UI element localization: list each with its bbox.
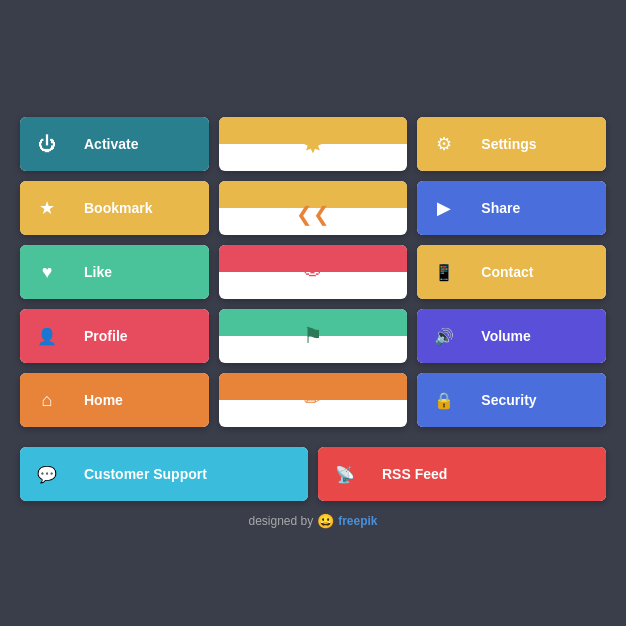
button-grid: ⏻ Activate ✸ ⚙ Settings ★ Bookmark ❮❮: [0, 97, 626, 447]
volume-button[interactable]: 🔊 Volume: [417, 309, 606, 363]
like-label: Like: [84, 264, 112, 280]
deco-card-3: 👁: [219, 245, 408, 299]
share-icon-area: ▶: [417, 181, 471, 235]
security-label-area: Security: [471, 373, 606, 427]
home-icon-area: ⌂: [20, 373, 74, 427]
volume-label: Volume: [481, 328, 531, 344]
arrow-right-icon: ▶: [437, 197, 451, 219]
house-icon: ⌂: [42, 390, 53, 411]
home-label-area: Home: [74, 373, 209, 427]
like-icon-area: ♥: [20, 245, 74, 299]
security-button[interactable]: 🔒 Security: [417, 373, 606, 427]
gear-icon: ⚙: [436, 133, 452, 155]
settings-icon-area: ⚙: [417, 117, 471, 171]
rss-label: RSS Feed: [382, 466, 447, 482]
contact-label-area: Contact: [471, 245, 606, 299]
deco-card-1: ✸: [219, 117, 408, 171]
customer-support-icon-area: 💬: [20, 447, 74, 501]
rss-feed-button[interactable]: 📡 RSS Feed: [318, 447, 606, 501]
deco-card-5: ✏: [219, 373, 408, 427]
phone-icon: 📱: [434, 263, 454, 282]
power-icon: ⏻: [38, 134, 56, 155]
footer: designed by 😀 freepik: [248, 513, 377, 529]
star-burst-icon: ✸: [302, 129, 324, 160]
activate-label-area: Activate: [74, 117, 209, 171]
contact-icon-area: 📱: [417, 245, 471, 299]
security-label: Security: [481, 392, 536, 408]
share-label-area: Share: [471, 181, 606, 235]
rss-label-area: RSS Feed: [372, 447, 606, 501]
activate-icon-area: ⏻: [20, 117, 74, 171]
customer-support-label: Customer Support: [84, 466, 207, 482]
wide-button-row: 💬 Customer Support 📡 RSS Feed: [0, 447, 626, 501]
profile-button[interactable]: 👤 Profile: [20, 309, 209, 363]
heart-icon: ♥: [42, 262, 53, 283]
activate-label: Activate: [84, 136, 138, 152]
customer-support-button[interactable]: 💬 Customer Support: [20, 447, 308, 501]
freepik-icon: 😀: [317, 513, 334, 529]
bookmark-icon-area: ★: [20, 181, 74, 235]
bookmark-button[interactable]: ★ Bookmark: [20, 181, 209, 235]
profile-label-area: Profile: [74, 309, 209, 363]
pencil-icon: ✏: [304, 388, 321, 412]
like-label-area: Like: [74, 245, 209, 299]
like-button[interactable]: ♥ Like: [20, 245, 209, 299]
settings-label-area: Settings: [471, 117, 606, 171]
rss-icon-area: 📡: [318, 447, 372, 501]
eye-icon: 👁: [302, 259, 324, 285]
home-button[interactable]: ⌂ Home: [20, 373, 209, 427]
volume-label-area: Volume: [471, 309, 606, 363]
rss-icon: 📡: [335, 465, 355, 484]
security-icon-area: 🔒: [417, 373, 471, 427]
profile-label: Profile: [84, 328, 128, 344]
contact-button[interactable]: 📱 Contact: [417, 245, 606, 299]
lock-icon: 🔒: [434, 391, 454, 410]
settings-button[interactable]: ⚙ Settings: [417, 117, 606, 171]
share-button[interactable]: ▶ Share: [417, 181, 606, 235]
volume-icon-area: 🔊: [417, 309, 471, 363]
chevron-down-icon: ❮❮: [296, 202, 330, 226]
deco-card-4: ⚑: [219, 309, 408, 363]
customer-support-label-area: Customer Support: [74, 447, 308, 501]
contact-label: Contact: [481, 264, 533, 280]
home-label: Home: [84, 392, 123, 408]
speaker-icon: 🔊: [434, 327, 454, 346]
flag-icon: ⚑: [303, 323, 323, 349]
chat-icon: 💬: [37, 465, 57, 484]
footer-text: designed by: [248, 514, 313, 528]
bookmark-label-area: Bookmark: [74, 181, 209, 235]
share-label: Share: [481, 200, 520, 216]
brand-name: freepik: [338, 514, 377, 528]
star-icon: ★: [39, 197, 55, 219]
deco-card-2: ❮❮: [219, 181, 408, 235]
bookmark-label: Bookmark: [84, 200, 152, 216]
settings-label: Settings: [481, 136, 536, 152]
activate-button[interactable]: ⏻ Activate: [20, 117, 209, 171]
user-icon: 👤: [37, 327, 57, 346]
profile-icon-area: 👤: [20, 309, 74, 363]
